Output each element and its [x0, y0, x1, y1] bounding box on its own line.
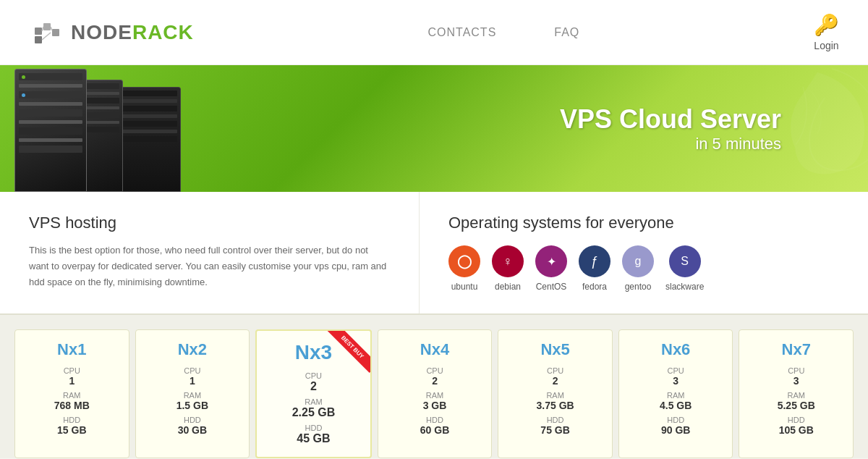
plan-ram-label-nx7: RAM — [788, 391, 805, 400]
plan-cpu-value-nx6: 3 — [673, 375, 678, 387]
plan-cpu-value-nx1: 1 — [69, 375, 75, 387]
plan-cpu-label-nx2: CPU — [184, 366, 200, 375]
plan-hdd-label-nx4: HDD — [426, 416, 443, 424]
svg-rect-0 — [35, 28, 42, 35]
slackware-label: slackware — [665, 282, 704, 292]
plan-cpu-label-nx6: CPU — [668, 366, 684, 375]
plan-hdd-value-nx2: 30 GB — [178, 424, 207, 436]
svg-line-4 — [42, 27, 43, 31]
plan-ram-value-nx6: 4.5 GB — [660, 400, 692, 411]
plan-hdd-value-nx6: 90 GB — [661, 424, 690, 436]
logo[interactable]: NODERACK — [29, 14, 194, 51]
svg-rect-1 — [43, 23, 51, 30]
plan-card-nx3[interactable]: Nx3CPU2RAM2.25 GBHDD45 GB — [255, 329, 372, 458]
main-content: VPS hosting This is the best option for … — [0, 192, 868, 315]
plan-ram-value-nx2: 1.5 GB — [176, 400, 208, 411]
os-slackware[interactable]: S slackware — [665, 245, 704, 292]
nav-faq[interactable]: FAQ — [554, 26, 579, 39]
plan-hdd-label-nx1: HDD — [63, 416, 80, 424]
os-centos[interactable]: ✦ CentOS — [535, 245, 567, 292]
plan-ram-value-nx3: 2.25 GB — [292, 406, 336, 419]
plan-hdd-label-nx7: HDD — [788, 416, 805, 424]
best-buy-ribbon — [320, 331, 370, 382]
plan-ram-value-nx5: 3.75 GB — [537, 400, 574, 411]
gentoo-icon: g — [622, 245, 654, 277]
nav-contacts[interactable]: CONTACTS — [427, 26, 496, 39]
login-button[interactable]: 🔑 Login — [814, 13, 839, 51]
logo-text: NODERACK — [71, 21, 194, 44]
server-image — [0, 65, 275, 192]
plans-section: Nx1CPU1RAM768 MBHDD15 GBNx2CPU1RAM1.5 GB… — [0, 315, 868, 458]
gentoo-label: gentoo — [625, 282, 652, 292]
plan-card-nx5[interactable]: Nx5CPU2RAM3.75 GBHDD75 GB — [498, 329, 613, 458]
os-section-title: Operating systems for everyone — [448, 214, 839, 232]
centos-icon: ✦ — [535, 245, 567, 277]
slackware-icon: S — [669, 245, 701, 277]
plan-name-nx7: Nx7 — [782, 340, 811, 359]
key-icon: 🔑 — [814, 13, 839, 37]
plan-ram-label-nx1: RAM — [63, 391, 80, 400]
plan-hdd-label-nx5: HDD — [547, 416, 564, 424]
fedora-label: fedora — [582, 282, 607, 292]
plan-name-nx1: Nx1 — [57, 340, 86, 359]
plan-ram-value-nx7: 5.25 GB — [778, 400, 815, 411]
plan-hdd-value-nx3: 45 GB — [297, 432, 330, 445]
centos-label: CentOS — [536, 282, 567, 292]
plan-cpu-value-nx5: 2 — [553, 375, 558, 387]
debian-icon: ♀ — [492, 245, 524, 277]
logo-icon — [29, 14, 65, 51]
plan-ram-value-nx4: 3 GB — [423, 400, 447, 411]
plan-ram-label-nx2: RAM — [184, 391, 201, 400]
os-icons-list: ◯ ubuntu ♀ debian ✦ CentOS ƒ fedora g ge… — [448, 245, 839, 292]
svg-rect-3 — [52, 29, 59, 36]
plan-cpu-value-nx7: 3 — [793, 375, 799, 387]
plan-hdd-value-nx4: 60 GB — [420, 424, 449, 436]
os-debian[interactable]: ♀ debian — [492, 245, 524, 292]
plan-hdd-label-nx2: HDD — [184, 416, 201, 424]
plan-ram-label-nx6: RAM — [667, 391, 684, 400]
plan-ram-value-nx1: 768 MB — [54, 400, 90, 411]
plan-cpu-label-nx7: CPU — [788, 366, 804, 375]
vps-section-title: VPS hosting — [29, 214, 390, 232]
svg-line-6 — [51, 27, 52, 30]
main-nav: CONTACTS FAQ — [194, 26, 814, 39]
plan-card-nx2[interactable]: Nx2CPU1RAM1.5 GBHDD30 GB — [135, 329, 250, 458]
logo-rack: RACK — [132, 21, 194, 43]
plan-hdd-label-nx6: HDD — [667, 416, 684, 424]
plan-cpu-label-nx5: CPU — [547, 366, 563, 375]
svg-rect-2 — [35, 36, 42, 43]
login-label: Login — [814, 40, 838, 51]
os-ubuntu[interactable]: ◯ ubuntu — [448, 245, 480, 292]
plan-name-nx4: Nx4 — [420, 340, 449, 359]
plan-name-nx2: Nx2 — [178, 340, 207, 359]
plan-card-nx6[interactable]: Nx6CPU3RAM4.5 GBHDD90 GB — [618, 329, 733, 458]
plan-ram-label-nx3: RAM — [305, 397, 322, 406]
ubuntu-icon: ◯ — [448, 245, 480, 277]
os-gentoo[interactable]: g gentoo — [622, 245, 654, 292]
plan-card-nx1[interactable]: Nx1CPU1RAM768 MBHDD15 GB — [14, 329, 129, 458]
plan-ram-label-nx4: RAM — [426, 391, 443, 400]
plan-card-nx7[interactable]: Nx7CPU3RAM5.25 GBHDD105 GB — [739, 329, 854, 458]
debian-label: debian — [495, 282, 521, 292]
header: NODERACK CONTACTS FAQ 🔑 Login — [0, 0, 868, 65]
fedora-icon: ƒ — [579, 245, 610, 277]
plan-name-nx6: Nx6 — [661, 340, 690, 359]
os-section: Operating systems for everyone ◯ ubuntu … — [420, 192, 868, 313]
os-fedora[interactable]: ƒ fedora — [579, 245, 610, 292]
plan-hdd-value-nx7: 105 GB — [779, 424, 814, 436]
plan-ram-label-nx5: RAM — [546, 391, 563, 400]
plan-cpu-label-nx1: CPU — [64, 366, 80, 375]
banner-text: VPS Cloud Server in 5 minutes — [560, 104, 781, 153]
vps-description: VPS hosting This is the best option for … — [0, 192, 420, 313]
plan-card-nx4[interactable]: Nx4CPU2RAM3 GBHDD60 GB — [378, 329, 493, 458]
vps-description-text: This is the best option for those, who n… — [29, 243, 390, 290]
plan-cpu-value-nx3: 2 — [310, 380, 317, 393]
plan-name-nx5: Nx5 — [540, 340, 569, 359]
banner-subtitle: in 5 minutes — [560, 135, 781, 153]
plan-hdd-value-nx5: 75 GB — [540, 424, 569, 436]
plan-cpu-label-nx4: CPU — [426, 366, 443, 375]
plan-cpu-value-nx2: 1 — [190, 375, 195, 387]
plan-hdd-label-nx3: HDD — [305, 424, 323, 432]
hero-banner: VPS Cloud Server in 5 minutes — [0, 65, 868, 192]
plan-cpu-value-nx4: 2 — [432, 375, 438, 387]
